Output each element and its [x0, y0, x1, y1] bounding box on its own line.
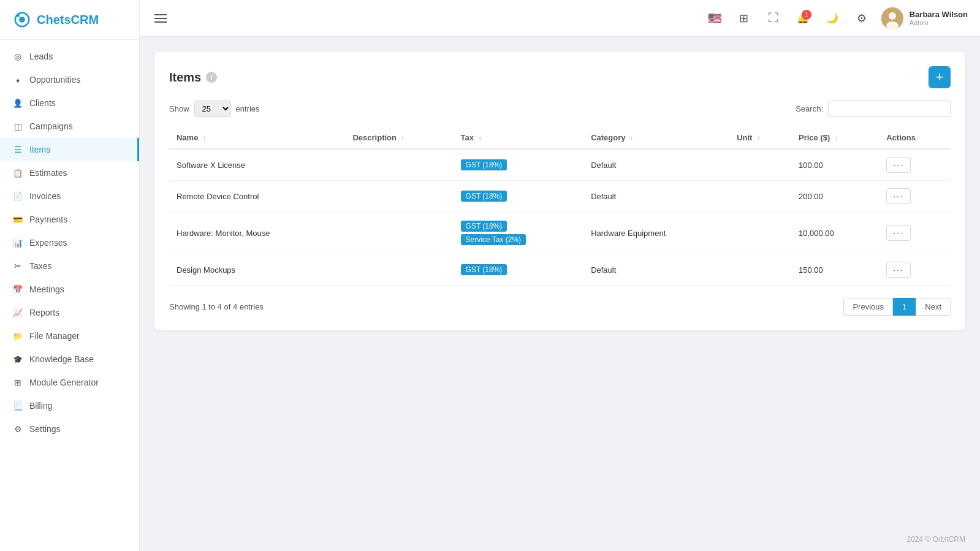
expenses-icon: [12, 237, 23, 248]
tax-badge: GST (18%): [461, 264, 507, 275]
col-category[interactable]: Category ↕: [583, 127, 729, 149]
tax-badge: GST (18%): [461, 221, 507, 232]
clients-icon: [12, 97, 23, 108]
expand-icon[interactable]: [764, 9, 783, 28]
table-header: Name ↕ Description ↕ Tax ↕ Category ↕ Un…: [169, 127, 951, 149]
actions-button-3[interactable]: ···: [886, 262, 911, 278]
table-row: Software X License GST (18%) Default 100…: [169, 149, 951, 181]
avatar: [881, 7, 903, 29]
dark-mode-toggle[interactable]: [822, 9, 842, 28]
module-icon: [12, 377, 23, 388]
cell-tax: GST (18%)Service Tax (2%): [454, 212, 584, 254]
cell-price: 10,000.00: [791, 212, 879, 254]
actions-button-1[interactable]: ···: [886, 188, 911, 204]
col-price[interactable]: Price ($) ↕: [791, 127, 879, 149]
sidebar-item-items[interactable]: Items: [0, 138, 139, 161]
sidebar-label-taxes: Taxes: [29, 261, 52, 271]
sidebar-label-payments: Payments: [29, 215, 67, 224]
sidebar-item-campaigns[interactable]: Campaigns: [0, 115, 139, 138]
user-profile[interactable]: Barbara Wilson Admin: [881, 7, 968, 29]
cell-actions: ···: [879, 212, 951, 254]
tax-badge: GST (18%): [461, 159, 507, 170]
actions-button-2[interactable]: ···: [886, 225, 911, 241]
sidebar-item-taxes[interactable]: Taxes: [0, 254, 139, 278]
table-row: Design Mockups GST (18%) Default 150.00 …: [169, 254, 951, 286]
add-item-button[interactable]: +: [929, 66, 951, 88]
sidebar-item-reports[interactable]: Reports: [0, 301, 139, 324]
cell-description: [345, 149, 453, 181]
sidebar-item-billing[interactable]: Billing: [0, 394, 139, 417]
entries-select[interactable]: 25 10 50 100: [194, 101, 231, 117]
cell-actions: ···: [879, 149, 951, 181]
leads-icon: [12, 51, 23, 62]
pagination-row: Showing 1 to 4 of 4 entries Previous 1 N…: [169, 298, 951, 316]
tax-badge: GST (18%): [461, 191, 507, 202]
show-label: Show: [169, 104, 189, 113]
sidebar-label-settings: Settings: [29, 424, 61, 434]
filemanager-icon: [12, 330, 23, 341]
sidebar-label-opportunities: Opportunities: [29, 75, 80, 85]
sidebar-item-module[interactable]: Module Generator: [0, 371, 139, 394]
pagination-controls: Previous 1 Next: [843, 298, 951, 316]
cell-name: Software X License: [169, 149, 345, 181]
col-unit[interactable]: Unit ↕: [729, 127, 791, 149]
header: 1 Barbara Wilson Admin: [140, 0, 980, 37]
page-card: Items i + Show 25 10 50 100 entries: [154, 51, 965, 330]
app-name: ChetsCRM: [37, 13, 99, 27]
cell-description: [345, 254, 453, 286]
sidebar-item-invoices[interactable]: Invoices: [0, 184, 139, 208]
cell-name: Hardware: Monitor, Mouse: [169, 212, 345, 254]
sidebar-label-items: Items: [29, 145, 50, 154]
sidebar: ChetsCRM Leads Opportunities Clients Cam…: [0, 0, 140, 551]
sidebar-item-expenses[interactable]: Expenses: [0, 231, 139, 254]
hamburger-menu[interactable]: [152, 12, 169, 25]
previous-button[interactable]: Previous: [843, 298, 893, 316]
sidebar-logo[interactable]: ChetsCRM: [0, 0, 139, 40]
sidebar-item-filemanager[interactable]: File Manager: [0, 324, 139, 348]
cell-category: Hardware Equipment: [583, 212, 729, 254]
info-icon[interactable]: i: [206, 72, 217, 83]
col-name[interactable]: Name ↕: [169, 127, 345, 149]
flag-icon[interactable]: [705, 9, 724, 28]
cell-description: [345, 212, 453, 254]
actions-button-0[interactable]: ···: [886, 157, 911, 173]
cell-unit: [729, 254, 791, 286]
show-entries: Show 25 10 50 100 entries: [169, 101, 260, 117]
invoices-icon: [12, 191, 23, 202]
sidebar-item-clients[interactable]: Clients: [0, 91, 139, 115]
footer-text: 2024 © OrbitCRM: [906, 535, 965, 544]
cell-name: Design Mockups: [169, 254, 345, 286]
cell-tax: GST (18%): [454, 254, 584, 286]
sidebar-item-opportunities[interactable]: Opportunities: [0, 68, 139, 91]
opportunities-icon: [12, 74, 23, 85]
sidebar-item-estimates[interactable]: Estimates: [0, 161, 139, 184]
settings-icon[interactable]: [852, 9, 872, 28]
sidebar-item-meetings[interactable]: Meetings: [0, 278, 139, 301]
sidebar-item-settings[interactable]: Settings: [0, 417, 139, 441]
cell-name: Remote Device Control: [169, 181, 345, 212]
sidebar-label-estimates: Estimates: [29, 168, 67, 178]
apps-icon[interactable]: [734, 9, 754, 28]
cell-category: Default: [583, 149, 729, 181]
col-description[interactable]: Description ↕: [345, 127, 453, 149]
showing-text: Showing 1 to 4 of 4 entries: [169, 302, 264, 311]
cell-price: 200.00: [791, 181, 879, 212]
table-controls: Show 25 10 50 100 entries Search:: [169, 101, 951, 117]
col-tax[interactable]: Tax ↕: [454, 127, 584, 149]
sidebar-item-payments[interactable]: Payments: [0, 208, 139, 231]
svg-point-4: [889, 12, 896, 20]
page-1-button[interactable]: 1: [893, 298, 916, 316]
search-area: Search:: [796, 101, 951, 117]
notification-bell[interactable]: 1: [793, 9, 813, 28]
sidebar-item-leads[interactable]: Leads: [0, 45, 139, 68]
entries-label: entries: [236, 104, 260, 113]
cell-unit: [729, 181, 791, 212]
next-button[interactable]: Next: [916, 298, 951, 316]
sidebar-item-knowledge[interactable]: Knowledge Base: [0, 348, 139, 371]
search-input[interactable]: [828, 101, 951, 117]
cell-price: 100.00: [791, 149, 879, 181]
payments-icon: [12, 214, 23, 225]
items-table: Name ↕ Description ↕ Tax ↕ Category ↕ Un…: [169, 127, 951, 286]
notification-count: 1: [802, 10, 811, 20]
sidebar-label-reports: Reports: [29, 308, 59, 317]
